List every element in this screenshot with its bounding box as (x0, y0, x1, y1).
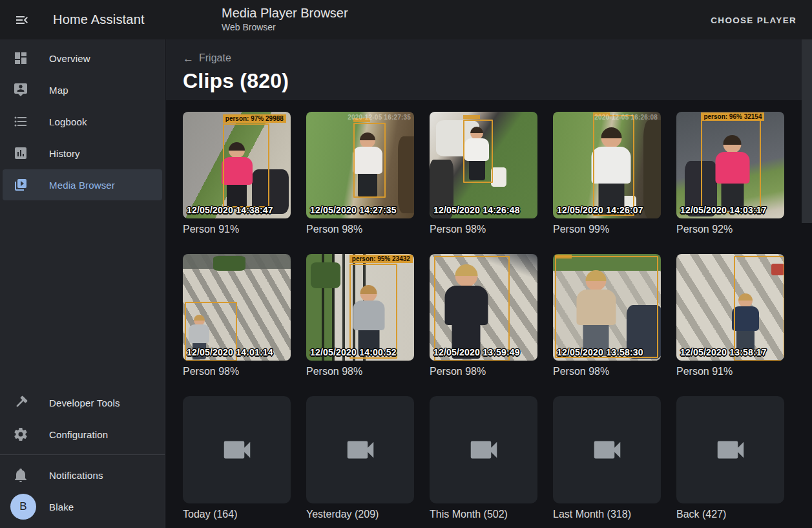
item-caption: Yesterday (209) (306, 508, 414, 520)
clip-timestamp: 12/05/2020 13:59:49 (433, 347, 520, 357)
item-caption: Person 91% (183, 223, 291, 235)
detection-label: person: 95% 23432 (349, 255, 413, 263)
sidebar-item-configuration[interactable]: Configuration (3, 419, 162, 450)
folder-cell: Last Month (318) (553, 396, 661, 520)
bell-icon (5, 467, 36, 483)
item-caption: Person 98% (306, 223, 414, 235)
folder-tile-back-427[interactable] (676, 396, 784, 503)
sidebar: OverviewMapLogbookHistoryMedia Browser D… (0, 39, 165, 528)
clip-thumbnail[interactable]: 12/05/2020 13:58:17 (676, 254, 784, 361)
sidebar-item-label: History (49, 148, 80, 159)
clip-cell: person: 96% 3215412/05/2020 14:03:17Pers… (676, 112, 784, 235)
detection-box (463, 120, 493, 183)
choose-player-button[interactable]: CHOOSE PLAYER (705, 8, 802, 31)
hammer-icon (5, 395, 36, 410)
sidebar-item-map[interactable]: Map (3, 74, 162, 105)
folder-tile-yesterday-209[interactable] (306, 396, 414, 503)
folder-cell: Back (427) (676, 396, 784, 520)
clip-cell: 12/05/2020 13:59:49Person 98% (430, 254, 537, 377)
scene-object (491, 167, 506, 187)
sidebar-divider (0, 454, 165, 455)
clip-cell: 2020-12-05 16:26:0812/05/2020 14:26:07Pe… (553, 112, 661, 235)
media-icon (5, 177, 36, 193)
sidebar-main-items: OverviewMapLogbookHistoryMedia Browser (0, 42, 165, 201)
videocam-icon (220, 432, 255, 467)
sidebar-item-developer-tools[interactable]: Developer Tools (3, 387, 162, 418)
clip-cell: 12/05/2020 14:26:48Person 98% (430, 112, 537, 235)
clip-timestamp: 12/05/2020 14:38:47 (187, 205, 273, 215)
folder-cell: This Month (502) (430, 396, 537, 520)
clip-cell: 2020-12-05 16:27:3512/05/2020 14:27:35Pe… (306, 112, 414, 235)
scene-object (213, 256, 245, 271)
detection-box (734, 256, 785, 361)
videocam-icon (590, 432, 625, 467)
panel-title-block: Media Player Browser Web Browser (222, 5, 348, 32)
folder-tile-this-month-502[interactable] (430, 396, 537, 503)
sidebar-item-label: Logbook (49, 116, 87, 127)
clip-cell: person: 95% 2343212/05/2020 14:00:52Pers… (306, 254, 414, 377)
dashboard-icon (5, 50, 36, 66)
clip-thumbnail[interactable]: 12/05/2020 13:58:30 (553, 254, 661, 361)
clip-timestamp: 12/05/2020 14:27:35 (310, 205, 397, 215)
clip-cell: 12/05/2020 13:58:30Person 98% (553, 254, 661, 377)
breadcrumb-label: Frigate (199, 52, 231, 64)
sidebar-item-history[interactable]: History (3, 138, 162, 169)
detection-box (434, 256, 510, 361)
breadcrumb-back-link[interactable]: ← Frigate (183, 52, 231, 64)
item-caption: Person 92% (676, 223, 784, 235)
item-caption: Person 98% (430, 223, 537, 235)
sidebar-bottom-items: NotificationsBBlake (0, 459, 165, 523)
clip-thumbnail[interactable]: 2020-12-05 16:26:0812/05/2020 14:26:07 (553, 112, 661, 218)
clip-cell: person: 97% 2998812/05/2020 14:38:47Pers… (183, 112, 291, 235)
scene-object (643, 120, 661, 218)
camera-osd-timestamp: 2020-12-05 16:26:08 (594, 114, 658, 121)
detection-box (593, 115, 634, 216)
folder-cell: Today (164) (183, 396, 291, 520)
folder-cell: Yesterday (209) (306, 396, 414, 520)
sidebar-item-label: Configuration (49, 429, 108, 440)
folder-tile-today-164[interactable] (183, 396, 291, 503)
logbook-icon (5, 114, 36, 129)
item-caption: Back (427) (676, 508, 784, 520)
sidebar-item-logbook[interactable]: Logbook (3, 106, 162, 137)
avatar: B (10, 494, 36, 520)
sidebar-item-notifications[interactable]: Notifications (3, 459, 162, 491)
clip-thumbnail[interactable]: person: 96% 3215412/05/2020 14:03:17 (676, 112, 784, 218)
sidebar-user[interactable]: BBlake (3, 491, 162, 522)
clip-timestamp: 12/05/2020 14:01:14 (187, 347, 273, 357)
scrollbar-thumb[interactable] (802, 39, 812, 223)
map-icon (5, 82, 36, 98)
menu-open-icon (14, 12, 30, 28)
detection-box (701, 120, 761, 214)
clip-thumbnail[interactable]: 2020-12-05 16:27:3512/05/2020 14:27:35 (306, 112, 414, 218)
sidebar-tool-items: Developer ToolsConfiguration (0, 386, 165, 450)
sidebar-item-overview[interactable]: Overview (3, 43, 162, 74)
sidebar-spacer (0, 201, 165, 386)
clip-timestamp: 12/05/2020 13:58:17 (680, 347, 767, 357)
scene-object (311, 262, 341, 288)
clip-cell: 12/05/2020 14:01:14Person 98% (183, 254, 291, 377)
clip-thumbnail[interactable]: person: 97% 2998812/05/2020 14:38:47 (183, 112, 291, 218)
clip-timestamp: 12/05/2020 14:00:52 (310, 347, 397, 357)
item-caption: Person 98% (553, 365, 661, 377)
item-caption: Person 98% (430, 365, 537, 377)
sidebar-item-label: Notifications (49, 470, 103, 481)
sidebar-item-label: Developer Tools (49, 397, 120, 408)
item-caption: This Month (502) (430, 508, 537, 520)
sidebar-item-media-browser[interactable]: Media Browser (3, 169, 162, 200)
clip-timestamp: 12/05/2020 14:03:17 (680, 205, 767, 215)
detection-label-small (555, 255, 572, 259)
videocam-icon (713, 432, 748, 467)
sidebar-toggle-button[interactable] (6, 5, 37, 36)
detection-box (353, 123, 385, 198)
user-name: Blake (49, 502, 74, 512)
clip-thumbnail[interactable]: 12/05/2020 13:59:49 (430, 254, 537, 361)
scrollbar[interactable] (802, 39, 812, 528)
clip-thumbnail[interactable]: person: 95% 2343212/05/2020 14:00:52 (306, 254, 414, 361)
sidebar-item-label: Media Browser (49, 180, 115, 191)
item-caption: Person 99% (553, 223, 661, 235)
clip-thumbnail[interactable]: 12/05/2020 14:01:14 (183, 254, 291, 361)
item-caption: Person 98% (183, 365, 291, 377)
folder-tile-last-month-318[interactable] (553, 396, 661, 503)
clip-thumbnail[interactable]: 12/05/2020 14:26:48 (430, 112, 537, 218)
